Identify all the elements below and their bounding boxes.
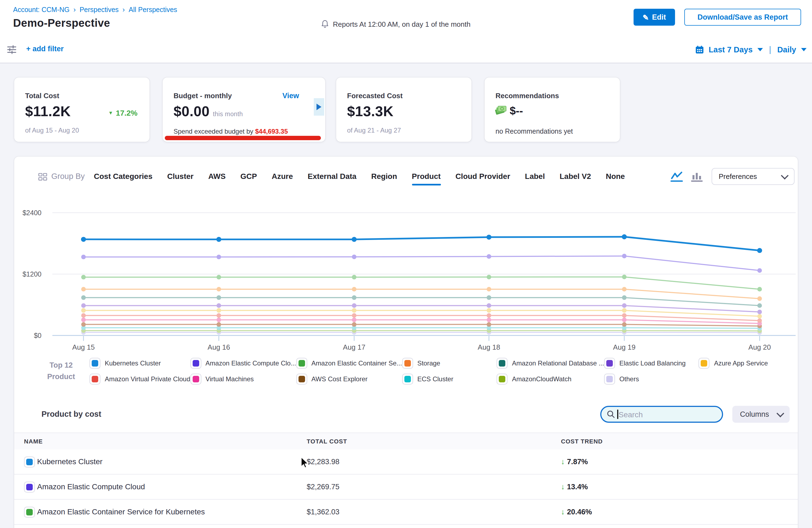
text-cursor <box>617 410 618 419</box>
page-title: Demo-Perspective <box>13 17 110 29</box>
tab-external-data[interactable]: External Data <box>307 172 356 180</box>
legend-label: Amazon Relational Database ... <box>512 360 604 367</box>
budget-progress-bar <box>165 136 321 140</box>
row-trend-value: 7.87% <box>567 457 588 466</box>
divider: | <box>769 45 771 55</box>
row-cost-trend: ↓13.4% <box>561 482 588 491</box>
tab-label[interactable]: Label <box>525 172 545 180</box>
breadcrumb-link-account-ccm-ng[interactable]: Account: CCM-NG <box>13 6 70 13</box>
legend-label: Amazon Elastic Container Se... <box>311 360 402 367</box>
legend-item-others[interactable]: Others <box>604 373 699 385</box>
tab-region[interactable]: Region <box>371 172 397 180</box>
card-title: Recommendations <box>495 92 559 100</box>
add-filter-button[interactable]: + add filter <box>26 45 63 53</box>
granularity-select[interactable]: Daily <box>777 45 796 54</box>
legend-heading: Top 12 Product <box>36 360 86 382</box>
reports-schedule-note: Reports At 12:00 AM, on day 1 of the mon… <box>321 20 470 28</box>
arrow-down-icon: ↓ <box>561 457 565 466</box>
legend-item-amazon-virtual-private-cloud[interactable]: Amazon Virtual Private Cloud <box>89 373 190 385</box>
card-title: Budget - monthly <box>174 92 232 100</box>
legend-item-aws-cost-explorer[interactable]: AWS Cost Explorer <box>296 373 402 385</box>
budget-value: $0.00this month <box>174 103 243 120</box>
breadcrumb-separator-icon: › <box>122 5 125 14</box>
recommendations-card: Recommendations $-- no Recommendations y… <box>484 77 620 142</box>
chart-legend: Kubernetes ClusterAmazon Elastic Compute… <box>89 357 794 385</box>
budget-view-link[interactable]: View <box>282 92 299 100</box>
search-input[interactable]: Search <box>600 406 723 423</box>
date-controls: Last 7 Days | Daily <box>695 36 807 63</box>
chevron-down-icon <box>777 409 784 417</box>
breadcrumb-link-perspectives[interactable]: Perspectives <box>80 6 119 13</box>
filter-bar: + add filter Last 7 Days | Daily <box>0 36 812 63</box>
ccm-perspective-dashboard: Account: CCM-NG›Perspectives›All Perspec… <box>0 0 812 528</box>
legend-label: Amazon Virtual Private Cloud <box>105 375 190 383</box>
breadcrumb-separator-icon: › <box>73 5 76 14</box>
date-range-select[interactable]: Last 7 Days <box>709 45 753 54</box>
recommendations-note: no Recommendations yet <box>495 128 573 135</box>
legend-item-virtual-machines[interactable]: Virtual Machines <box>190 373 296 385</box>
tab-cost-categories[interactable]: Cost Categories <box>94 172 153 180</box>
line-chart-icon[interactable] <box>670 171 683 183</box>
tab-cluster[interactable]: Cluster <box>167 172 193 180</box>
edit-button[interactable]: ✎ Edit <box>634 9 675 26</box>
pencil-icon: ✎ <box>642 13 649 21</box>
tab-label-v2[interactable]: Label V2 <box>560 172 591 180</box>
table-row-amazon-elastic-container-service-for-kubernetes[interactable]: Amazon Elastic Container Service for Kub… <box>14 500 798 525</box>
svg-text:$0: $0 <box>34 332 42 339</box>
columns-dropdown[interactable]: Columns <box>732 406 789 423</box>
table-row-amazon-elastic-compute-cloud[interactable]: Amazon Elastic Compute Cloud$2,269.75↓13… <box>14 474 798 500</box>
column-header-cost-trend[interactable]: COST TREND <box>561 438 603 444</box>
chevron-down-icon[interactable] <box>801 48 807 51</box>
preferences-dropdown[interactable]: Preferences <box>712 168 795 185</box>
legend-label: Kubernetes Cluster <box>105 360 161 367</box>
row-swatch <box>24 482 35 493</box>
legend-label: Azure App Service <box>714 360 768 367</box>
budget-exceeded-amount: $44,693.35 <box>255 128 288 135</box>
svg-text:Aug 19: Aug 19 <box>613 343 636 351</box>
row-total-cost: $1,362.03 <box>307 508 339 516</box>
tab-gcp[interactable]: GCP <box>241 172 257 180</box>
legend-item-ecs-cluster[interactable]: ECS Cluster <box>402 373 497 385</box>
bar-chart-icon[interactable] <box>691 171 703 183</box>
svg-text:Aug 15: Aug 15 <box>72 343 95 351</box>
row-cost-trend: ↓7.87% <box>561 457 588 466</box>
legend-item-amazoncloudwatch[interactable]: AmazonCloudWatch <box>497 373 604 385</box>
row-swatch <box>24 507 35 518</box>
legend-label: ECS Cluster <box>417 375 453 383</box>
budget-expand-button[interactable] <box>314 98 324 116</box>
tab-azure[interactable]: Azure <box>272 172 293 180</box>
svg-text:Aug 17: Aug 17 <box>343 343 365 351</box>
table-body: Kubernetes Cluster$2,283.98↓7.87%Amazon … <box>14 450 798 525</box>
row-cost-trend: ↓20.46% <box>561 507 592 516</box>
download-save-report-button[interactable]: Download/Save as Report <box>684 9 801 26</box>
svg-text:$2400: $2400 <box>23 209 42 217</box>
legend-label: AmazonCloudWatch <box>512 375 571 383</box>
table-row-kubernetes-cluster[interactable]: Kubernetes Cluster$2,283.98↓7.87% <box>14 450 798 474</box>
tab-aws[interactable]: AWS <box>208 172 226 180</box>
search-icon <box>607 410 615 419</box>
forecasted-cost-value: $13.3K <box>347 103 393 120</box>
chevron-down-icon[interactable] <box>757 48 763 51</box>
legend-swatch <box>604 373 615 384</box>
column-header-name[interactable]: NAME <box>24 438 43 444</box>
svg-text:Aug 20: Aug 20 <box>749 343 771 351</box>
row-name: Kubernetes Cluster <box>37 457 103 466</box>
group-by-grid-icon <box>38 173 47 181</box>
play-right-icon <box>317 104 321 110</box>
row-total-cost: $2,283.98 <box>307 458 339 466</box>
legend-label: AWS Cost Explorer <box>311 375 367 383</box>
filter-sliders-icon[interactable] <box>7 45 16 55</box>
arrow-down-icon: ↓ <box>561 507 565 516</box>
legend-label: Elastic Load Balancing <box>619 360 686 367</box>
tab-cloud-provider[interactable]: Cloud Provider <box>455 172 510 180</box>
total-cost-card: Total Cost $11.2K ▼ 17.2% of Aug 15 - Au… <box>14 77 149 142</box>
reports-note-text: Reports At 12:00 AM, on day 1 of the mon… <box>333 20 470 28</box>
breadcrumb: Account: CCM-NG›Perspectives›All Perspec… <box>13 5 177 14</box>
legend-swatch <box>497 373 508 384</box>
cost-trend-line-chart: $0$1200$2400Aug 15Aug 16Aug 17Aug 18Aug … <box>0 202 812 360</box>
column-header-total-cost[interactable]: TOTAL COST <box>307 438 347 444</box>
breadcrumb-link-all-perspectives[interactable]: All Perspectives <box>129 6 177 13</box>
tab-product[interactable]: Product <box>412 172 441 180</box>
tab-none[interactable]: None <box>606 172 625 180</box>
row-trend-value: 13.4% <box>567 482 588 490</box>
